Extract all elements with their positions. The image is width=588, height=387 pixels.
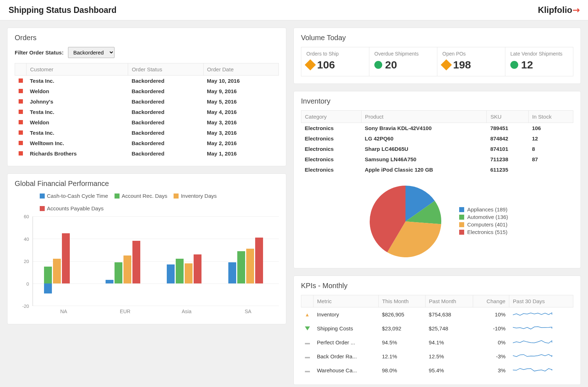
status-indicator-icon	[19, 110, 23, 114]
status-cell: Backordered	[128, 148, 203, 159]
table-row[interactable]: Richards Brothers Backordered May 1, 201…	[15, 148, 279, 159]
table-row[interactable]: Perfect Order ... 94.5% 94.1% 0%	[301, 335, 573, 349]
triangle-down-icon	[305, 326, 310, 330]
status-cell: Backordered	[128, 128, 203, 138]
warning-up-icon: ▲	[305, 312, 310, 317]
table-row[interactable]: Testa Inc. Backordered May 3, 2016	[15, 128, 279, 138]
inventory-table: Category Product SKU In Stock Electronic…	[301, 110, 573, 175]
volume-value: 20	[385, 59, 397, 71]
volume-label: Orders to Ship	[306, 51, 364, 57]
kpi-panel: KPIs - Monthly Metric This Month Past Mo…	[293, 276, 581, 385]
bar[interactable]	[246, 249, 254, 283]
bar[interactable]	[123, 255, 131, 283]
table-row[interactable]: Warehouse Ca... 98.0% 95.4% 3%	[301, 363, 573, 377]
x-axis-label: EUR	[94, 306, 156, 314]
table-row[interactable]: Testa Inc. Backordered May 10, 2016	[15, 76, 279, 86]
svg-point-2	[551, 341, 552, 343]
bar[interactable]	[194, 254, 201, 283]
table-row[interactable]: ElectronicsSony Bravia KDL-42V4100789451…	[301, 123, 573, 134]
table-row[interactable]: Weldon Backordered May 9, 2016	[15, 86, 279, 96]
sparkline	[513, 366, 552, 373]
header-bar: Shipping Status Dashboard Klipfolio↘	[0, 0, 588, 20]
diamond-icon	[441, 59, 452, 70]
status-cell: Backordered	[128, 86, 203, 96]
col-customer: Customer	[26, 63, 128, 76]
bar[interactable]	[237, 251, 245, 283]
filter-label: Filter Order Status:	[15, 49, 64, 56]
volume-value: 106	[317, 59, 335, 71]
customer-cell: Testa Inc.	[26, 76, 128, 86]
volume-cell: Open POs 198	[437, 47, 505, 76]
bar[interactable]	[167, 264, 175, 283]
volume-panel: Volume Today Orders to Ship 106Overdue S…	[293, 28, 581, 84]
bar[interactable]	[106, 280, 113, 283]
date-cell: May 4, 2016	[203, 107, 278, 117]
status-indicator-icon	[19, 120, 23, 124]
customer-cell: Testa Inc.	[26, 107, 128, 117]
bar[interactable]	[176, 259, 184, 283]
table-row[interactable]: Shipping Costs $23,092 $25,748 -10%	[301, 321, 573, 335]
date-cell: May 10, 2016	[203, 76, 278, 86]
orders-panel: Orders Filter Order Status: Backordered …	[7, 28, 286, 166]
col-date: Order Date	[203, 63, 278, 76]
table-row[interactable]: ElectronicsSharp LC46D65U8741018	[301, 144, 573, 154]
status-cell: Backordered	[128, 107, 203, 117]
brand-logo: Klipfolio↘	[538, 5, 579, 15]
bar[interactable]	[228, 262, 236, 283]
date-cell: May 5, 2016	[203, 96, 278, 107]
diamond-icon	[305, 59, 316, 70]
volume-value: 198	[453, 59, 471, 71]
table-row[interactable]: ElectronicsApple iPod Classic 120 GB6112…	[301, 164, 573, 175]
volume-title: Volume Today	[301, 34, 573, 42]
y-tick-label: 40	[24, 236, 29, 242]
bar[interactable]	[255, 238, 263, 283]
page-title: Shipping Status Dashboard	[9, 5, 117, 15]
legend-item: Electronics (515)	[459, 229, 508, 235]
table-row[interactable]: Johnny's Backordered May 5, 2016	[15, 96, 279, 107]
status-indicator-icon	[19, 99, 23, 104]
status-indicator-icon	[19, 78, 23, 83]
status-cell: Backordered	[128, 76, 203, 86]
bar[interactable]	[44, 267, 52, 283]
x-axis-label: NA	[33, 306, 94, 314]
customer-cell: Weldon	[26, 86, 128, 96]
kpi-table: Metric This Month Past Month Change Past…	[301, 295, 573, 377]
table-row[interactable]: ElectronicsSamsung LN46A75071123887	[301, 154, 573, 164]
x-axis-label: Asia	[156, 306, 218, 314]
status-cell: Backordered	[128, 96, 203, 107]
inventory-panel: Inventory Category Product SKU In Stock …	[293, 91, 581, 268]
status-indicator-icon	[19, 141, 23, 145]
date-cell: May 3, 2016	[203, 128, 278, 138]
sparkline	[513, 338, 552, 345]
inventory-title: Inventory	[301, 97, 573, 105]
volume-cell: Orders to Ship 106	[301, 47, 369, 76]
bar[interactable]	[44, 283, 52, 293]
legend-item: Computers (401)	[459, 221, 508, 228]
dash-icon	[305, 371, 310, 372]
bar[interactable]	[132, 241, 140, 283]
customer-cell: Johnny's	[26, 96, 128, 107]
gfp-chart: -200204060 NAEURAsiaSA	[15, 216, 279, 317]
x-axis-label: SA	[217, 306, 279, 314]
pie-legend: Appliances (189)Automotive (136)Computer…	[459, 206, 508, 236]
sparkline	[513, 324, 552, 331]
sparkline	[513, 352, 552, 359]
bar[interactable]	[53, 259, 61, 283]
order-status-select[interactable]: Backordered	[68, 47, 115, 58]
status-indicator-icon	[19, 130, 23, 135]
table-row[interactable]: ▲ Inventory $826,905 $754,638 10%	[301, 307, 573, 322]
bar[interactable]	[62, 233, 70, 283]
table-row[interactable]: Welltown Inc. Backordered May 2, 2016	[15, 138, 279, 148]
status-indicator-icon	[19, 89, 23, 93]
table-row[interactable]: Back Order Ra... 12.1% 12.5% -3%	[301, 349, 573, 363]
bar[interactable]	[115, 262, 122, 283]
circle-icon	[374, 61, 382, 69]
bar[interactable]	[185, 263, 193, 283]
table-row[interactable]: ElectronicsLG 42PQ6087484212	[301, 133, 573, 144]
table-row[interactable]: Weldon Backordered May 3, 2016	[15, 117, 279, 128]
table-row[interactable]: Testa Inc. Backordered May 4, 2016	[15, 107, 279, 117]
sparkline	[513, 310, 552, 317]
y-tick-label: 20	[24, 259, 29, 264]
status-indicator-icon	[19, 151, 23, 156]
date-cell: May 9, 2016	[203, 86, 278, 96]
